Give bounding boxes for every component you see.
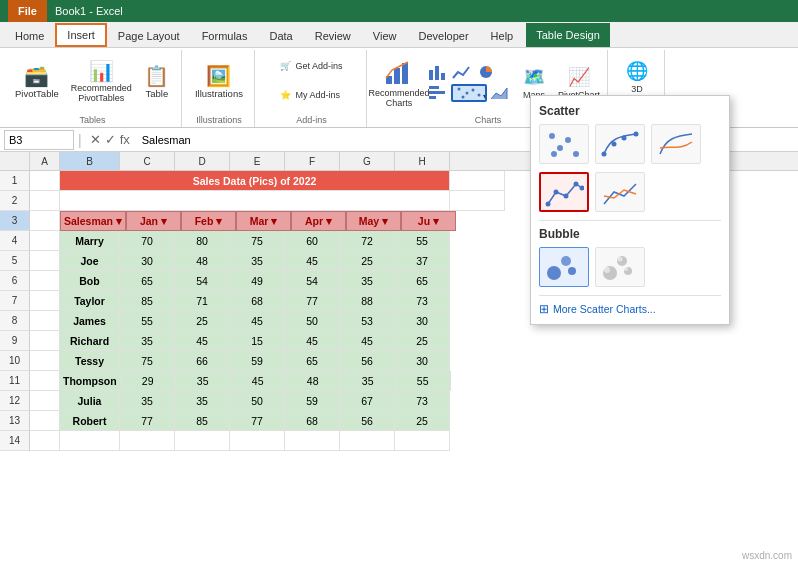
col-header-a[interactable]: A (30, 152, 60, 170)
get-addins-button[interactable]: 🛒 Get Add-ins (276, 52, 346, 80)
scatter-dots-button[interactable] (539, 124, 589, 164)
row-header-9[interactable]: 9 (0, 331, 29, 351)
tab-developer[interactable]: Developer (407, 23, 479, 47)
svg-point-20 (551, 151, 557, 157)
row-header-14[interactable]: 14 (0, 431, 29, 451)
cell-b7[interactable]: Taylor (60, 291, 120, 311)
bar-chart-button[interactable] (427, 84, 449, 102)
column-chart-button[interactable] (427, 63, 449, 81)
confirm-formula-icon[interactable]: ✓ (105, 132, 116, 147)
cell-b8[interactable]: James (60, 311, 120, 331)
scatter-straight-lines-markers-button[interactable] (539, 172, 589, 212)
col-header-e[interactable]: E (230, 152, 285, 170)
cell-b6[interactable]: Bob (60, 271, 120, 291)
cell-b11[interactable]: Thompson (60, 371, 121, 391)
cell-h4[interactable]: 55 (395, 231, 450, 251)
cell-a3[interactable] (30, 211, 60, 231)
tab-view[interactable]: View (362, 23, 408, 47)
scatter-smooth-lines-only-button[interactable] (651, 124, 701, 164)
tab-review[interactable]: Review (304, 23, 362, 47)
cell-c3[interactable]: Jan ▾ (126, 211, 181, 231)
col-header-f[interactable]: F (285, 152, 340, 170)
svg-point-21 (602, 152, 607, 157)
table-button[interactable]: 📋 Table (139, 52, 175, 112)
row-header-10[interactable]: 10 (0, 351, 29, 371)
cell-e4[interactable]: 75 (230, 231, 285, 251)
tab-tabledesign[interactable]: Table Design (526, 23, 610, 47)
row-header-7[interactable]: 7 (0, 291, 29, 311)
svg-point-16 (549, 133, 555, 139)
file-button[interactable]: File (8, 0, 47, 22)
row-header-1[interactable]: 1 (0, 171, 29, 191)
row-header-5[interactable]: 5 (0, 251, 29, 271)
cell-b2[interactable] (60, 191, 450, 211)
cell-h1[interactable] (450, 171, 505, 191)
tab-help[interactable]: Help (480, 23, 525, 47)
scatter-smooth-lines-button[interactable] (595, 124, 645, 164)
col-header-b[interactable]: B (60, 152, 120, 170)
cell-f4[interactable]: 60 (285, 231, 340, 251)
scatter-straight-lines-button[interactable] (595, 172, 645, 212)
row-header-13[interactable]: 13 (0, 411, 29, 431)
scatter-chart-button[interactable]: ▾ (451, 84, 487, 102)
cell-c4[interactable]: 70 (120, 231, 175, 251)
my-addins-button[interactable]: ⭐ My Add-ins (276, 81, 346, 109)
cell-g3[interactable]: May ▾ (346, 211, 401, 231)
bubble-button[interactable] (539, 247, 589, 287)
tab-pagelayout[interactable]: Page Layout (107, 23, 191, 47)
col-header-g[interactable]: G (340, 152, 395, 170)
ribbon-group-illustrations: 🖼️ Illustrations Illustrations (184, 50, 255, 127)
cell-b10[interactable]: Tessy (60, 351, 120, 371)
recommended-pivottables-button[interactable]: 📊 Recommended PivotTables (66, 52, 137, 112)
row-header-11[interactable]: 11 (0, 371, 29, 391)
cell-b12[interactable]: Julia (60, 391, 120, 411)
row-header-6[interactable]: 6 (0, 271, 29, 291)
line-chart-button[interactable] (451, 63, 473, 81)
pivottable-button[interactable]: 🗃️ PivotTable (10, 52, 64, 112)
cell-h3[interactable]: Ju ▾ (401, 211, 456, 231)
cell-b4[interactable]: Marry (60, 231, 120, 251)
cell-b5[interactable]: Joe (60, 251, 120, 271)
illustrations-button[interactable]: 🖼️ Illustrations (190, 52, 248, 112)
recommended-charts-button[interactable]: Recommended Charts (375, 53, 423, 113)
cell-a1[interactable] (30, 171, 60, 191)
table-row: Tessy 75 66 59 65 56 30 (30, 351, 798, 371)
tab-insert[interactable]: Insert (55, 23, 107, 47)
row-header-3[interactable]: 3 (0, 211, 29, 231)
title-bar-filename: Book1 - Excel (55, 5, 123, 17)
row-header-4[interactable]: 4 (0, 231, 29, 251)
cancel-formula-icon[interactable]: ✕ (90, 132, 101, 147)
bubble-3d-button[interactable] (595, 247, 645, 287)
row-header-8[interactable]: 8 (0, 311, 29, 331)
cell-g4[interactable]: 72 (340, 231, 395, 251)
tab-home[interactable]: Home (4, 23, 55, 47)
tab-formulas[interactable]: Formulas (191, 23, 259, 47)
table-row: Thompson 29 35 45 48 35 55 (30, 371, 798, 391)
name-box[interactable]: B3 (4, 130, 74, 150)
cell-h2[interactable] (450, 191, 505, 211)
cell-a4[interactable] (30, 231, 60, 251)
table-row: Julia 35 35 50 59 67 73 (30, 391, 798, 411)
cell-b3[interactable]: Salesman ▾ (60, 211, 126, 231)
bubble-icons-row (539, 247, 721, 287)
col-header-c[interactable]: C (120, 152, 175, 170)
cell-d4[interactable]: 80 (175, 231, 230, 251)
cell-b13[interactable]: Robert (60, 411, 120, 431)
col-header-d[interactable]: D (175, 152, 230, 170)
pie-chart-button[interactable] (475, 63, 497, 81)
row-header-12[interactable]: 12 (0, 391, 29, 411)
svg-point-27 (564, 194, 569, 199)
cell-a2[interactable] (30, 191, 60, 211)
svg-point-18 (565, 137, 571, 143)
area-chart-button[interactable] (489, 84, 511, 102)
tab-data[interactable]: Data (258, 23, 303, 47)
cell-f3[interactable]: Apr ▾ (291, 211, 346, 231)
col-header-h[interactable]: H (395, 152, 450, 170)
svg-point-12 (471, 89, 474, 92)
more-scatter-charts-link[interactable]: ⊞ More Scatter Charts... (539, 302, 721, 316)
cell-d3[interactable]: Feb ▾ (181, 211, 236, 231)
cell-e3[interactable]: Mar ▾ (236, 211, 291, 231)
row-header-2[interactable]: 2 (0, 191, 29, 211)
insert-function-icon[interactable]: fx (120, 132, 130, 147)
cell-b9[interactable]: Richard (60, 331, 120, 351)
